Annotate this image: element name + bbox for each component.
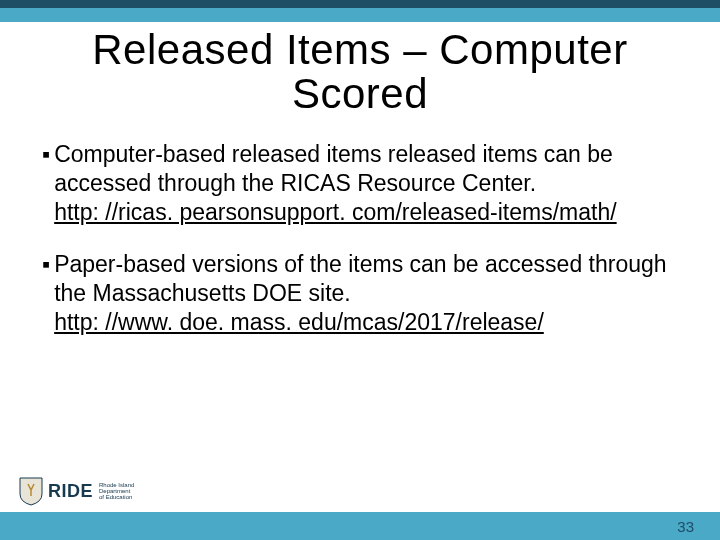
bullet-item: ▪ Computer-based released items released… — [42, 140, 678, 226]
bullet-item: ▪ Paper-based versions of the items can … — [42, 250, 678, 336]
slide-title: Released Items – Computer Scored — [0, 22, 720, 130]
bullet-body: Computer-based released items released i… — [54, 141, 613, 196]
page-number: 33 — [677, 518, 694, 535]
bullet-text: Computer-based released items released i… — [54, 140, 678, 226]
top-bar-dark — [0, 0, 720, 8]
slide-content: ▪ Computer-based released items released… — [0, 130, 720, 337]
logo-subtitle-3: of Education — [99, 494, 134, 500]
bottom-bar: 33 — [0, 512, 720, 540]
logo-text: RIDE — [48, 481, 93, 502]
bullet-marker: ▪ — [42, 250, 54, 336]
ride-logo: RIDE Rhode Island Department of Educatio… — [18, 476, 134, 506]
resource-link[interactable]: http: //ricas. pearsonsupport. com/relea… — [54, 199, 616, 225]
top-bar-light — [0, 8, 720, 22]
shield-icon — [18, 476, 44, 506]
bullet-body: Paper-based versions of the items can be… — [54, 251, 666, 306]
bullet-text: Paper-based versions of the items can be… — [54, 250, 678, 336]
resource-link[interactable]: http: //www. doe. mass. edu/mcas/2017/re… — [54, 309, 544, 335]
bullet-marker: ▪ — [42, 140, 54, 226]
